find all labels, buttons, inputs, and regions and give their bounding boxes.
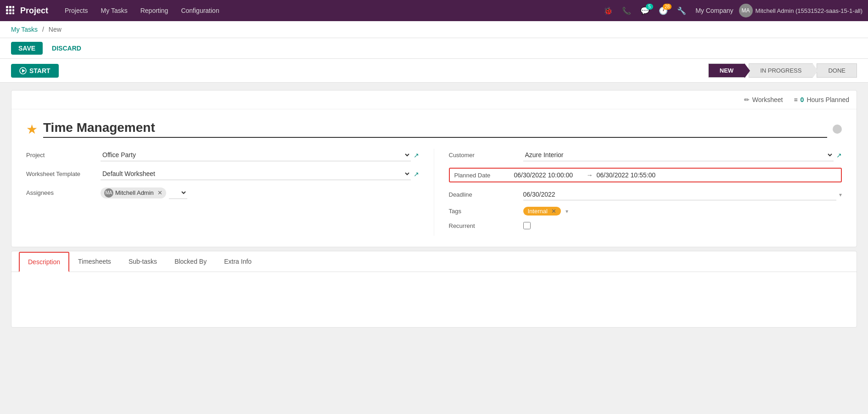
tabs-card: Description Timesheets Sub-tasks Blocked… xyxy=(11,251,857,328)
worksheet-template-select[interactable]: Default Worksheet xyxy=(101,168,411,180)
star-icon[interactable]: ★ xyxy=(26,122,38,137)
user-name: Mitchell Admin (15531522-saas-15-1-all) xyxy=(756,7,862,14)
customer-external-link[interactable]: ↗ xyxy=(836,152,842,159)
recurrent-value-container xyxy=(523,222,842,229)
planned-date-start-input[interactable] xyxy=(514,171,583,179)
customer-value-container: Azure Interior ↗ xyxy=(523,149,842,161)
tags-chevron[interactable]: ▾ xyxy=(566,208,568,215)
clock-icon[interactable]: 🕐 28 xyxy=(655,5,672,17)
form-grid: Project Office Party ↗ Worksheet Templat… xyxy=(26,149,842,236)
phone-icon[interactable]: 📞 xyxy=(618,5,635,17)
deadline-label: Deadline xyxy=(449,191,518,198)
project-external-link[interactable]: ↗ xyxy=(414,152,419,159)
hours-count: 0 xyxy=(801,96,804,103)
svg-rect-8 xyxy=(12,12,14,14)
top-navigation: Project Projects My Tasks Reporting Conf… xyxy=(0,0,868,21)
action-bar: SAVE DISCARD xyxy=(0,38,868,59)
worksheet-button[interactable]: ✏ Worksheet xyxy=(744,96,783,103)
project-value-container: Office Party ↗ xyxy=(101,149,419,161)
grid-icon[interactable] xyxy=(6,6,15,16)
clock-badge: 28 xyxy=(663,4,672,10)
task-card: ✏ Worksheet ≡ 0 Hours Planned ★ Time Man… xyxy=(11,90,857,247)
customer-select[interactable]: Azure Interior xyxy=(523,149,834,161)
assignees-row: Assignees MA Mitchell Admin ✕ xyxy=(26,187,419,199)
tab-extra-info[interactable]: Extra Info xyxy=(215,252,260,272)
card-body: ★ Time Management Project Office Party ↗ xyxy=(11,109,857,247)
form-left: Project Office Party ↗ Worksheet Templat… xyxy=(26,149,434,236)
worksheet-template-label: Worksheet Template xyxy=(26,170,95,177)
customer-label: Customer xyxy=(449,152,518,159)
form-right: Customer Azure Interior ↗ Planned Date xyxy=(434,149,842,236)
lines-icon: ≡ xyxy=(794,96,797,103)
wrench-icon[interactable]: 🔧 xyxy=(673,5,690,17)
nav-configuration[interactable]: Configuration xyxy=(175,4,224,17)
nav-my-tasks[interactable]: My Tasks xyxy=(95,4,133,17)
recurrent-checkbox[interactable] xyxy=(523,222,531,229)
breadcrumb: My Tasks / New xyxy=(0,21,868,38)
nav-projects[interactable]: Projects xyxy=(59,4,94,17)
svg-rect-2 xyxy=(12,6,14,8)
tab-blocked-by[interactable]: Blocked By xyxy=(166,252,215,272)
svg-rect-3 xyxy=(6,9,8,11)
discard-button[interactable]: DISCARD xyxy=(46,42,87,55)
start-icon xyxy=(19,67,27,74)
svg-rect-6 xyxy=(6,12,8,14)
status-circle xyxy=(833,125,842,134)
tags-value-container: Internal ✕ ▾ xyxy=(523,207,842,216)
chat-icon[interactable]: 💬 5 xyxy=(637,5,653,17)
save-button[interactable]: SAVE xyxy=(11,42,43,55)
svg-rect-5 xyxy=(12,9,14,11)
user-area[interactable]: MA Mitchell Admin (15531522-saas-15-1-al… xyxy=(739,4,862,17)
card-toolbar: ✏ Worksheet ≡ 0 Hours Planned xyxy=(11,91,857,109)
assignee-name: Mitchell Admin xyxy=(115,189,154,196)
pipeline-step-in-progress[interactable]: IN PROGRESS xyxy=(749,63,813,78)
nav-reporting[interactable]: Reporting xyxy=(135,4,174,17)
deadline-row: Deadline ▾ xyxy=(449,189,842,200)
project-label: Project xyxy=(26,152,95,159)
company-name: My Company xyxy=(695,7,733,14)
deadline-input[interactable] xyxy=(523,189,837,200)
tab-description[interactable]: Description xyxy=(19,252,69,272)
pipeline-step-done[interactable]: DONE xyxy=(817,63,857,78)
planned-date-value: → xyxy=(514,171,666,179)
tab-subtasks[interactable]: Sub-tasks xyxy=(120,252,166,272)
assignees-value-container: MA Mitchell Admin ✕ xyxy=(101,187,419,199)
recurrent-label: Recurrent xyxy=(449,222,518,229)
pipeline-step-new[interactable]: NEW xyxy=(708,63,745,78)
project-select[interactable]: Office Party xyxy=(101,149,411,161)
start-button[interactable]: START xyxy=(11,64,59,78)
pencil-icon: ✏ xyxy=(744,96,750,103)
assignee-avatar: MA xyxy=(104,188,113,198)
hours-label: Hours Planned xyxy=(806,96,849,103)
planned-date-row: Planned Date → xyxy=(449,168,842,182)
assignee-tag: MA Mitchell Admin ✕ xyxy=(101,187,166,198)
svg-rect-0 xyxy=(6,6,8,8)
breadcrumb-current: New xyxy=(49,26,62,33)
breadcrumb-parent[interactable]: My Tasks xyxy=(11,26,38,33)
avatar: MA xyxy=(739,4,753,17)
bug-icon[interactable]: 🐞 xyxy=(600,5,616,17)
svg-rect-4 xyxy=(9,9,11,11)
worksheet-template-row: Worksheet Template Default Worksheet ↗ xyxy=(26,168,419,180)
tab-timesheets[interactable]: Timesheets xyxy=(69,252,120,272)
deadline-value-container: ▾ xyxy=(523,189,842,200)
worksheet-template-value-container: Default Worksheet ↗ xyxy=(101,168,419,180)
task-title[interactable]: Time Management xyxy=(43,120,827,138)
date-arrow-icon: → xyxy=(587,171,593,179)
planned-date-end-input[interactable] xyxy=(597,171,666,179)
customer-row: Customer Azure Interior ↗ xyxy=(449,149,842,161)
tab-content xyxy=(11,272,857,327)
deadline-chevron[interactable]: ▾ xyxy=(839,192,842,198)
hours-planned-button[interactable]: ≡ 0 Hours Planned xyxy=(794,96,849,103)
remove-assignee-button[interactable]: ✕ xyxy=(157,189,162,196)
app-name: Project xyxy=(20,6,48,16)
assignees-label: Assignees xyxy=(26,189,95,196)
worksheet-template-external-link[interactable]: ↗ xyxy=(414,170,419,178)
remove-tag-button[interactable]: ✕ xyxy=(551,208,556,215)
tag-internal: Internal ✕ xyxy=(523,207,561,216)
tabs-header: Description Timesheets Sub-tasks Blocked… xyxy=(11,251,857,272)
task-title-row: ★ Time Management xyxy=(26,120,842,138)
assignee-select[interactable] xyxy=(169,187,187,199)
project-row: Project Office Party ↗ xyxy=(26,149,419,161)
recurrent-row: Recurrent xyxy=(449,222,842,229)
